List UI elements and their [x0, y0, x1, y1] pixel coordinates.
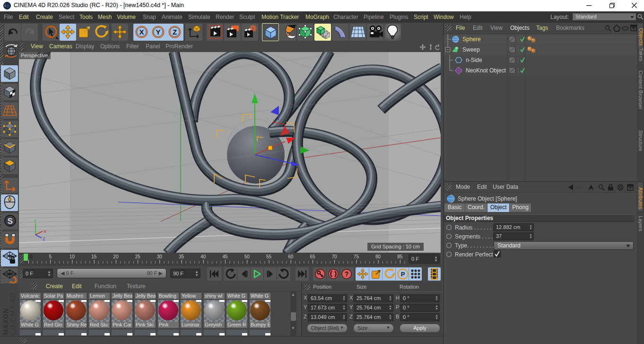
svg-text:Z: Z: [173, 28, 177, 36]
svg-text:75: 75: [354, 254, 359, 259]
svg-text:80: 80: [375, 254, 381, 259]
svg-text:S: S: [8, 217, 13, 226]
svg-text:0: 0: [30, 254, 33, 259]
svg-text:X: X: [139, 28, 144, 36]
svg-text:P: P: [401, 271, 405, 278]
svg-text:60: 60: [288, 254, 294, 259]
svg-text:?: ?: [345, 270, 349, 278]
svg-text:55: 55: [266, 254, 272, 259]
svg-text:35: 35: [179, 254, 184, 259]
svg-text:Y: Y: [34, 219, 36, 223]
svg-text:85: 85: [397, 254, 403, 259]
svg-text:65: 65: [310, 254, 315, 259]
svg-text:Z: Z: [43, 237, 45, 241]
svg-text:Y: Y: [156, 28, 160, 36]
svg-text:25: 25: [135, 254, 141, 259]
svg-text:70: 70: [332, 254, 338, 259]
svg-text:5: 5: [49, 254, 52, 259]
svg-text:40: 40: [200, 254, 206, 259]
svg-text:X: X: [44, 229, 46, 234]
svg-text:30: 30: [157, 254, 163, 259]
svg-text:50: 50: [244, 254, 250, 259]
svg-text:45: 45: [222, 254, 228, 259]
svg-text:15: 15: [91, 254, 97, 259]
svg-text:10: 10: [70, 254, 75, 259]
svg-text:20: 20: [113, 254, 119, 259]
